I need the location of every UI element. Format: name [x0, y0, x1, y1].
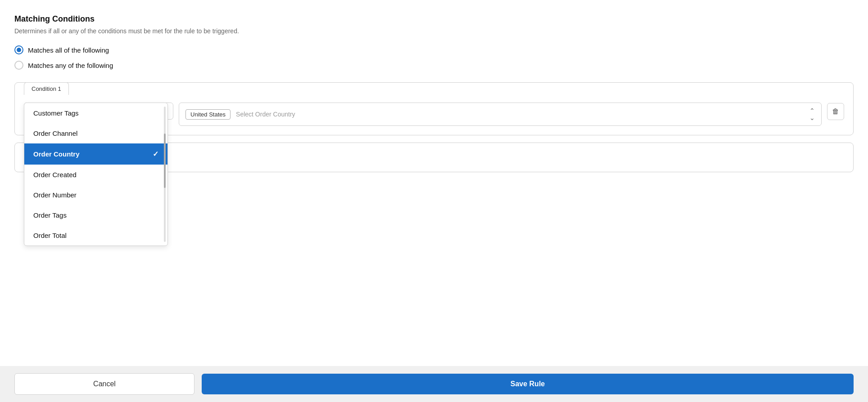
dropdown-item-label: Order Number	[33, 191, 77, 199]
dropdown-item-order-country[interactable]: Order Country ✓	[24, 143, 167, 165]
radio-label-all: Matches all of the following	[28, 46, 109, 54]
cancel-button[interactable]: Cancel	[14, 373, 194, 395]
dropdown-item-order-created[interactable]: Order Created	[24, 165, 167, 185]
country-select-chevron-icon: ⌃⌄	[809, 107, 815, 121]
condition-1-tab: Condition 1	[24, 82, 69, 95]
dropdown-item-label: Order Country	[33, 150, 80, 158]
dropdown-item-order-total[interactable]: Order Total	[24, 225, 167, 246]
delete-condition-button[interactable]: 🗑	[827, 103, 844, 120]
trash-icon: 🗑	[832, 107, 839, 116]
radio-matches-all[interactable]: Matches all of the following	[14, 45, 854, 54]
condition-1-card: Condition 1 Order Country ⌃⌄ Any Of ⌃⌄ U…	[14, 82, 854, 135]
dropdown-item-label: Order Tags	[33, 211, 67, 219]
dropdown-item-label: Order Created	[33, 171, 77, 179]
country-select-input[interactable]: United States Select Order Country ⌃⌄	[179, 103, 822, 126]
radio-circle-any	[14, 61, 23, 70]
dropdown-item-label: Customer Tags	[33, 109, 79, 117]
section-title: Matching Conditions	[14, 14, 854, 24]
bottom-bar: Cancel Save Rule	[0, 366, 868, 402]
field-dropdown-menu: Customer Tags Order Channel Order Countr…	[24, 103, 168, 246]
selected-country-tag: United States	[185, 109, 231, 120]
matching-conditions-group: Matches all of the following Matches any…	[14, 45, 854, 70]
radio-matches-any[interactable]: Matches any of the following	[14, 61, 854, 70]
section-description: Determines if all or any of the conditio…	[14, 27, 854, 35]
dropdown-item-order-tags[interactable]: Order Tags	[24, 205, 167, 225]
dropdown-scrollbar-track	[164, 107, 166, 242]
dropdown-item-order-channel[interactable]: Order Channel	[24, 123, 167, 143]
check-icon: ✓	[153, 150, 158, 158]
dropdown-scrollbar-thumb	[164, 134, 166, 188]
save-rule-button[interactable]: Save Rule	[202, 374, 854, 394]
radio-circle-all	[14, 45, 23, 54]
dropdown-item-customer-tags[interactable]: Customer Tags	[24, 103, 167, 123]
radio-label-any: Matches any of the following	[28, 62, 113, 69]
country-select-placeholder: Select Order Country	[236, 111, 295, 118]
dropdown-item-order-number[interactable]: Order Number	[24, 185, 167, 205]
dropdown-item-label: Order Total	[33, 232, 67, 239]
dropdown-item-label: Order Channel	[33, 130, 77, 137]
